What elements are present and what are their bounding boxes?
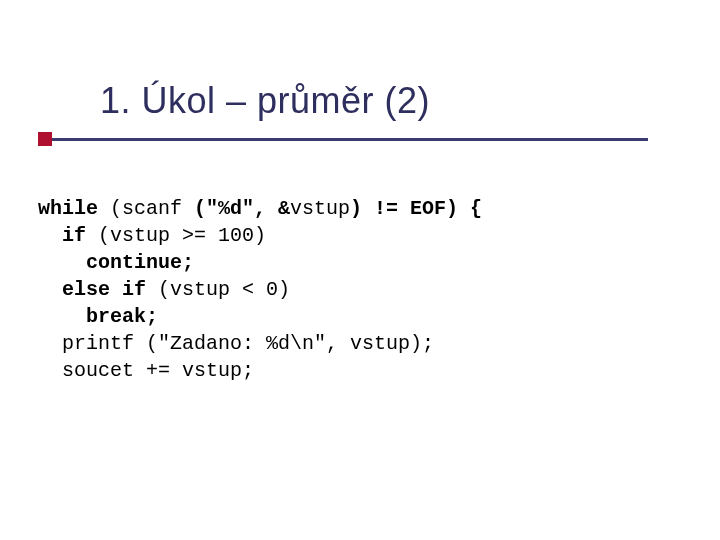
kw-break: break; bbox=[38, 305, 158, 328]
code-bold: ("%d", & bbox=[194, 197, 290, 220]
kw-continue: continue; bbox=[38, 251, 194, 274]
kw-elseif: else if bbox=[38, 278, 146, 301]
accent-square-icon bbox=[38, 132, 52, 146]
code-text: printf ("Zadano: %d\n", vstup); bbox=[38, 332, 434, 355]
slide: 1. Úkol – průměr (2) while (scanf ("%d",… bbox=[0, 0, 720, 540]
kw-if: if bbox=[38, 224, 86, 247]
kw-while: while bbox=[38, 197, 98, 220]
code-text: (vstup < 0) bbox=[146, 278, 290, 301]
code-block: while (scanf ("%d", &vstup) != EOF) { if… bbox=[38, 195, 690, 384]
title-underline bbox=[38, 138, 648, 141]
code-text: (vstup >= 100) bbox=[86, 224, 266, 247]
code-text: vstup bbox=[290, 197, 350, 220]
title-wrap: 1. Úkol – průměr (2) bbox=[100, 80, 680, 122]
code-text: soucet += vstup; bbox=[38, 359, 254, 382]
slide-title: 1. Úkol – průměr (2) bbox=[100, 80, 430, 121]
code-bold: ) != EOF) { bbox=[350, 197, 482, 220]
code-text: (scanf bbox=[98, 197, 194, 220]
